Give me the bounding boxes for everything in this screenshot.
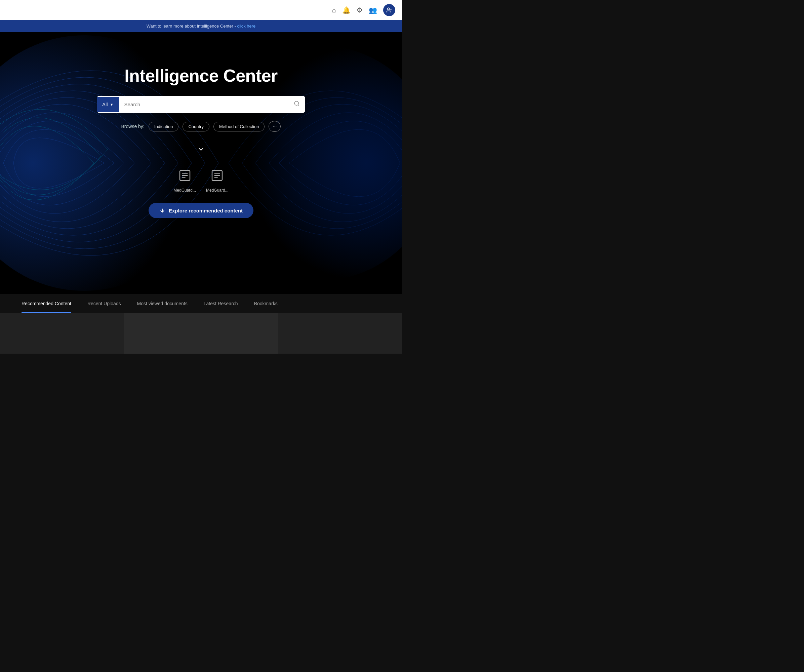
navbar: ⌂ 🔔 ⚙ 👥 bbox=[0, 0, 402, 20]
browse-more-button[interactable]: ··· bbox=[268, 121, 281, 132]
doc-card-1[interactable]: MedGuard... bbox=[173, 169, 196, 193]
sliders-icon[interactable]: ⚙ bbox=[356, 6, 363, 14]
doc-label-2: MedGuard... bbox=[206, 188, 229, 193]
search-type-dropdown[interactable]: All ▼ bbox=[97, 97, 119, 112]
browse-method-tag[interactable]: Method of Collection bbox=[213, 122, 265, 131]
explore-recommended-button[interactable]: Explore recommended content bbox=[149, 203, 253, 218]
user-plus-icon[interactable] bbox=[383, 4, 395, 16]
content-tabs: Recommended Content Recent Uploads Most … bbox=[0, 294, 402, 313]
hero-content: Intelligence Center All ▼ Browse by: Ind… bbox=[73, 65, 329, 218]
tab-bookmarks[interactable]: Bookmarks bbox=[246, 294, 286, 313]
tab-recommended-content[interactable]: Recommended Content bbox=[13, 294, 79, 313]
scroll-down-chevron[interactable] bbox=[73, 145, 329, 155]
preview-card bbox=[124, 313, 278, 354]
tab-latest-research[interactable]: Latest Research bbox=[196, 294, 246, 313]
nav-icons: ⌂ 🔔 ⚙ 👥 bbox=[332, 4, 395, 16]
search-input[interactable] bbox=[119, 97, 288, 112]
click-here-link[interactable]: click here bbox=[237, 23, 255, 29]
hero-title: Intelligence Center bbox=[73, 65, 329, 86]
user-group-icon[interactable]: 👥 bbox=[369, 6, 377, 14]
banner-text: Want to learn more about Intelligence Ce… bbox=[147, 23, 237, 29]
dropdown-arrow-icon: ▼ bbox=[110, 103, 114, 106]
explore-arrow-icon bbox=[159, 208, 165, 213]
svg-point-0 bbox=[387, 8, 390, 10]
info-banner: Want to learn more about Intelligence Ce… bbox=[0, 20, 402, 32]
doc-card-2[interactable]: MedGuard... bbox=[206, 169, 229, 193]
explore-button-label: Explore recommended content bbox=[169, 208, 243, 213]
home-icon[interactable]: ⌂ bbox=[332, 7, 336, 14]
tab-recent-uploads[interactable]: Recent Uploads bbox=[79, 294, 129, 313]
document-cards: MedGuard... MedGuard... bbox=[73, 169, 329, 193]
browse-country-tag[interactable]: Country bbox=[183, 122, 209, 131]
content-preview-area bbox=[0, 313, 402, 354]
search-submit-button[interactable] bbox=[288, 96, 305, 113]
doc-icon-2 bbox=[211, 169, 224, 185]
browse-by-section: Browse by: Indication Country Method of … bbox=[73, 121, 329, 132]
hero-section: Intelligence Center All ▼ Browse by: Ind… bbox=[0, 32, 402, 294]
browse-indication-tag[interactable]: Indication bbox=[149, 122, 179, 131]
svg-point-6 bbox=[294, 101, 299, 105]
doc-label-1: MedGuard... bbox=[173, 188, 196, 193]
svg-line-7 bbox=[298, 105, 299, 106]
bell-icon[interactable]: 🔔 bbox=[342, 6, 351, 14]
tab-most-viewed[interactable]: Most viewed documents bbox=[129, 294, 196, 313]
search-bar: All ▼ bbox=[97, 96, 305, 113]
browse-by-label: Browse by: bbox=[121, 124, 145, 129]
doc-icon-1 bbox=[178, 169, 191, 185]
